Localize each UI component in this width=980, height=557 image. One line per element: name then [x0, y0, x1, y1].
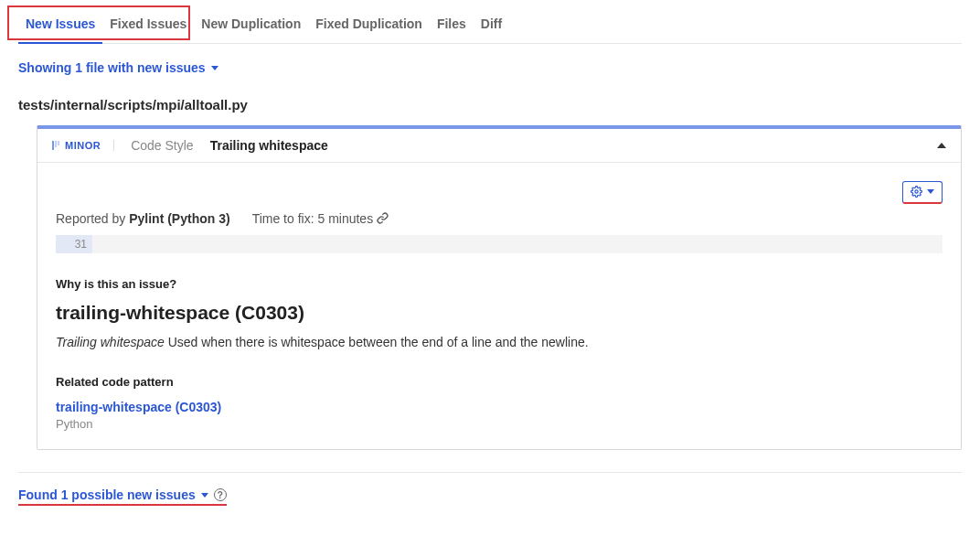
time-to-fix-value: 5 minutes [317, 211, 373, 226]
issue-title: Trailing whitespace [210, 138, 328, 153]
issue-card-body: Reported by Pylint (Python 3) Time to fi… [37, 163, 961, 449]
issue-settings-button[interactable] [902, 181, 943, 204]
line-number: 31 [56, 235, 92, 253]
svg-point-0 [915, 190, 918, 193]
reported-by: Reported by Pylint (Python 3) [56, 211, 230, 226]
severity-bars-icon [52, 141, 59, 150]
reported-by-label: Reported by [56, 211, 129, 226]
severity-label: MINOR [65, 140, 114, 151]
tab-diff[interactable]: Diff [474, 9, 509, 43]
chevron-up-icon[interactable] [937, 143, 946, 148]
issue-card-header[interactable]: MINOR Code Style Trailing whitespace [37, 129, 961, 163]
chevron-down-icon [211, 66, 218, 70]
divider [18, 472, 962, 473]
possible-issues-label: Found 1 possible new issues [18, 487, 196, 502]
link-icon[interactable] [377, 212, 389, 224]
tab-fixed-issues[interactable]: Fixed Issues [102, 9, 194, 43]
reported-by-tool: Pylint (Python 3) [129, 211, 229, 226]
rule-description: Trailing whitespace Used when there is w… [56, 335, 943, 349]
why-heading: Why is this an issue? [56, 277, 943, 291]
pattern-link[interactable]: trailing-whitespace (C0303) [56, 400, 943, 414]
related-pattern-heading: Related code pattern [56, 375, 943, 389]
tab-new-issues[interactable]: New Issues [18, 9, 102, 44]
time-to-fix-label: Time to fix: [252, 211, 318, 226]
possible-issues-dropdown[interactable]: Found 1 possible new issues ? [18, 487, 227, 506]
pattern-language: Python [56, 417, 943, 431]
tab-files[interactable]: Files [430, 9, 474, 43]
help-icon[interactable]: ? [214, 488, 227, 501]
tab-fixed-duplication[interactable]: Fixed Duplication [308, 9, 430, 43]
issue-card: MINOR Code Style Trailing whitespace Rep… [37, 125, 962, 450]
tab-new-duplication[interactable]: New Duplication [194, 9, 308, 43]
chevron-down-icon [201, 493, 208, 498]
gear-icon [911, 186, 922, 198]
rule-description-term: Trailing whitespace [56, 335, 165, 349]
file-path: tests/internal/scripts/mpi/alltoall.py [18, 97, 962, 112]
chevron-down-icon [927, 189, 934, 194]
rule-id-heading: trailing-whitespace (C0303) [56, 302, 943, 324]
file-filter-label: Showing 1 file with new issues [18, 60, 206, 75]
time-to-fix: Time to fix: 5 minutes [252, 211, 389, 226]
category-label: Code Style [114, 138, 209, 153]
tabs-bar: New Issues Fixed Issues New Duplication … [18, 9, 962, 44]
code-line-bar: 31 [56, 235, 943, 253]
file-filter-dropdown[interactable]: Showing 1 file with new issues [18, 60, 962, 75]
rule-description-text: Used when there is whitespace between th… [165, 335, 589, 349]
